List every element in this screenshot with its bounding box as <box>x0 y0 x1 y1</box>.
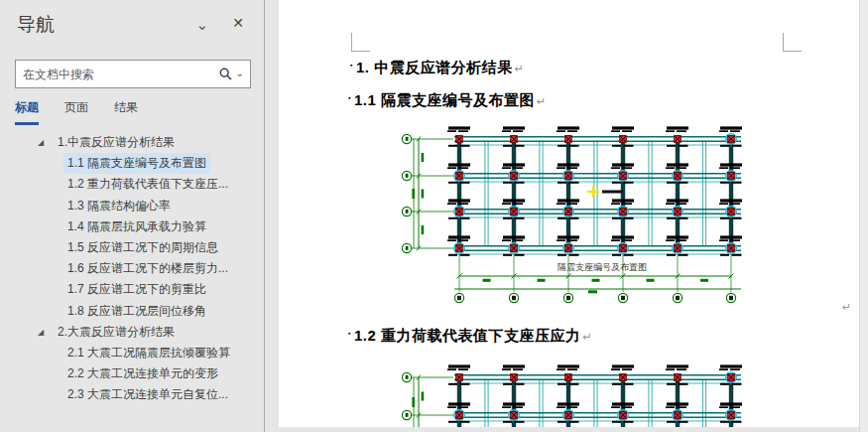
search-options-chevron-icon[interactable]: ⌄ <box>236 68 250 80</box>
svg-text:隔震支座编号及布置图: 隔震支座编号及布置图 <box>558 262 647 272</box>
heading-1-text: 1. 中震反应谱分析结果 <box>356 59 513 75</box>
nav-item-1-8[interactable]: 1.8 反应谱工况层间位移角 <box>0 301 262 322</box>
nav-item-1-7[interactable]: 1.7 反应谱工况下的剪重比 <box>0 279 262 300</box>
nav-item-label: 2.大震反应谱分析结果 <box>54 322 179 343</box>
heading-1-1-text: 1.1 隔震支座编号及布置图 <box>354 91 535 108</box>
tab-headings[interactable]: 标题 <box>15 99 39 125</box>
tab-pages[interactable]: 页面 <box>64 99 88 125</box>
nav-header: 导航 ⌄ ✕ <box>0 0 264 50</box>
nav-item-1-2[interactable]: 1.2 重力荷载代表值下支座压... <box>0 174 262 195</box>
nav-item-2-2[interactable]: 2.2 大震工况连接单元的变形 <box>0 363 262 384</box>
heading-1-1: ▪1.1 隔震支座编号及布置图↵ <box>348 91 547 110</box>
nav-item-label: 2.3 大震工况连接单元自复位... <box>63 384 232 405</box>
nav-item-label: 1.3 隔震结构偏心率 <box>63 196 175 216</box>
nav-item-label: 2.1 大震工况隔震层抗倾覆验算 <box>63 343 234 363</box>
heading-collapse-mark[interactable]: ▪ <box>350 62 353 69</box>
word-window: 导航 ⌄ ✕ ⌄ 标题 页面 结果 ◢1.中震反应谱分析结果 1.1 隔震支座编… <box>0 0 868 432</box>
expand-triangle-icon[interactable]: ◢ <box>38 138 54 147</box>
nav-item-label: 1.6 反应谱工况下的楼层剪力... <box>63 258 232 279</box>
heading-collapse-mark[interactable]: ▪ <box>348 94 351 101</box>
nav-item-2-3[interactable]: 2.3 大震工况连接单元自复位... <box>0 384 262 405</box>
figure-bearing-stress-diagram <box>397 360 863 427</box>
search-input[interactable] <box>16 68 216 81</box>
nav-item-label: 1.5 反应谱工况下的周期信息 <box>63 237 222 258</box>
nav-item-1-3[interactable]: 1.3 隔震结构偏心率 <box>0 196 262 216</box>
paragraph-mark: ↵ <box>515 63 525 74</box>
nav-item-2-1[interactable]: 2.1 大震工况隔震层抗倾覆验算 <box>0 343 262 363</box>
nav-pane-title: 导航 <box>17 12 55 38</box>
heading-1-2: ▪1.2 重力荷载代表值下支座压应力↵ <box>348 327 592 346</box>
nav-item-1[interactable]: ◢1.中震反应谱分析结果 <box>0 132 262 153</box>
nav-item-label: 1.1 隔震支座编号及布置图 <box>63 153 210 174</box>
nav-item-label: 1.中震反应谱分析结果 <box>54 132 179 153</box>
text-boundary-cropmark <box>783 33 802 52</box>
expand-triangle-icon[interactable]: ◢ <box>38 328 54 337</box>
nav-item-1-1[interactable]: 1.1 隔震支座编号及布置图 <box>0 153 262 174</box>
paragraph-mark: ↵ <box>842 301 851 314</box>
search-icon[interactable] <box>216 65 236 84</box>
heading-1-2-text: 1.2 重力荷载代表值下支座压应力 <box>354 327 581 344</box>
nav-tabs: 标题 页面 结果 <box>15 99 138 125</box>
nav-item-label: 1.7 反应谱工况下的剪重比 <box>63 279 210 300</box>
scrollbar[interactable] <box>859 0 868 432</box>
document-page: ▪1. 中震反应谱分析结果↵ ▪1.1 隔震支座编号及布置图↵ 隔震支座编号及布… <box>279 0 859 427</box>
document-area: ▪1. 中震反应谱分析结果↵ ▪1.1 隔震支座编号及布置图↵ 隔震支座编号及布… <box>265 0 868 432</box>
nav-item-1-4[interactable]: 1.4 隔震层抗风承载力验算 <box>0 216 262 237</box>
chevron-down-icon[interactable]: ⌄ <box>195 16 208 34</box>
figure-bearing-layout-diagram: 隔震支座编号及布置图 <box>397 121 863 320</box>
headings-tree: ◢1.中震反应谱分析结果 1.1 隔震支座编号及布置图 1.2 重力荷载代表值下… <box>0 132 262 405</box>
paragraph-mark: ↵ <box>537 95 547 107</box>
search-box[interactable]: ⌄ <box>15 60 251 88</box>
nav-item-label: 1.8 反应谱工况层间位移角 <box>63 301 210 322</box>
text-boundary-cropmark <box>351 33 370 52</box>
nav-item-label: 2.2 大震工况连接单元的变形 <box>63 363 222 384</box>
nav-item-1-5[interactable]: 1.5 反应谱工况下的周期信息 <box>0 237 262 258</box>
close-icon[interactable]: ✕ <box>232 15 244 31</box>
heading-1: ▪1. 中震反应谱分析结果↵ <box>350 59 524 77</box>
paragraph-mark: ↵ <box>583 331 593 343</box>
navigation-pane: 导航 ⌄ ✕ ⌄ 标题 页面 结果 ◢1.中震反应谱分析结果 1.1 隔震支座编… <box>0 0 265 432</box>
nav-item-label: 1.2 重力荷载代表值下支座压... <box>63 174 232 195</box>
heading-collapse-mark[interactable]: ▪ <box>348 330 351 337</box>
nav-item-label: 1.4 隔震层抗风承载力验算 <box>63 216 210 237</box>
nav-item-2[interactable]: ◢2.大震反应谱分析结果 <box>0 322 262 343</box>
nav-item-1-6[interactable]: 1.6 反应谱工况下的楼层剪力... <box>0 258 262 279</box>
tab-results[interactable]: 结果 <box>114 99 138 125</box>
